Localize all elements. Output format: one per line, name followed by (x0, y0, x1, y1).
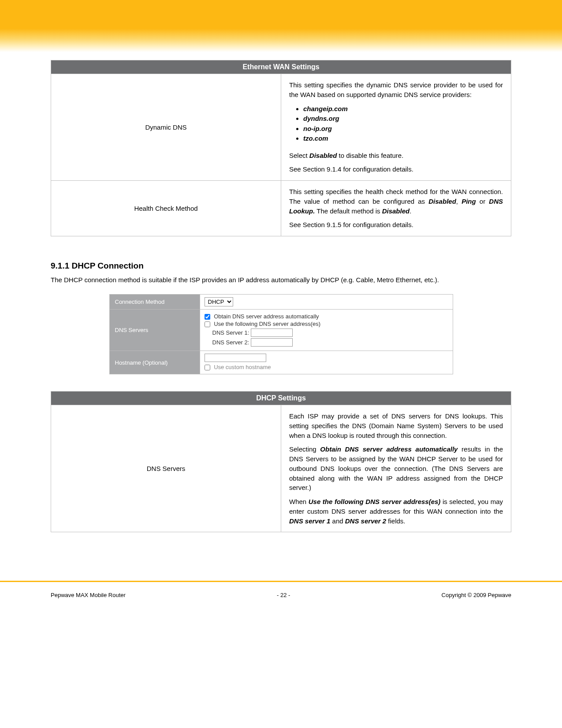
dhcp-table-title: DHCP Settings (51, 392, 511, 405)
text: to disable this feature. (337, 152, 403, 159)
dhcp-form-table: Connection Method DHCP DNS Servers Obtai… (109, 294, 453, 374)
section-intro: The DHCP connection method is suitable i… (51, 275, 511, 284)
page-footer: Pepwave MAX Mobile Router - 22 - Copyrig… (0, 582, 562, 612)
dhcp-form-panel: Connection Method DHCP DNS Servers Obtai… (51, 294, 511, 374)
dns-provider-list: changeip.com dyndns.org no-ip.org tzo.co… (289, 104, 503, 144)
text: , (456, 198, 462, 205)
row-desc-health-check: This setting specifies the health check … (281, 181, 511, 236)
form-row-hostname: Hostname (Optional) Use custom hostname (109, 351, 453, 374)
dynamic-dns-see-section: See Section 9.1.4 for configuration deta… (289, 164, 503, 174)
dynamic-dns-intro: This setting specifies the dynamic DNS s… (289, 80, 503, 100)
section-heading-dhcp-connection: 9.1.1 DHCP Connection (51, 261, 511, 271)
form-row-dns-servers: DNS Servers Obtain DNS server address au… (109, 310, 453, 351)
text: Select (289, 152, 309, 159)
text: and (330, 517, 345, 525)
text: . (409, 207, 411, 215)
keyword-ping: Ping (462, 198, 476, 205)
dns-servers-p1: Each ISP may provide a set of DNS server… (289, 411, 503, 440)
text: The default method is (315, 207, 382, 215)
use-custom-hostname-checkbox[interactable] (205, 365, 210, 370)
use-following-checkbox[interactable] (205, 321, 210, 327)
keyword-disabled: Disabled (428, 198, 456, 205)
dns-server-1-label: DNS Server 1: (212, 329, 249, 336)
text: Selecting (289, 445, 320, 453)
text: or (476, 198, 489, 205)
use-following-label: Use the following DNS server address(es) (214, 321, 320, 327)
keyword-obtain-auto: Obtain DNS server address automatically (320, 445, 458, 453)
row-label-dynamic-dns: Dynamic DNS (51, 74, 281, 181)
footer-left: Pepwave MAX Mobile Router (51, 592, 126, 598)
label-connection-method: Connection Method (109, 295, 200, 310)
dhcp-settings-table: DHCP Settings DNS Servers Each ISP may p… (51, 391, 511, 532)
value-hostname: Use custom hostname (200, 351, 453, 374)
keyword-dns-server-2: DNS server 2 (345, 517, 386, 525)
label-dns-servers: DNS Servers (109, 310, 200, 351)
value-dns-servers: Obtain DNS server address automatically … (200, 310, 453, 351)
dns-servers-p2: Selecting Obtain DNS server address auto… (289, 444, 503, 493)
health-check-desc: This setting specifies the health check … (289, 187, 503, 216)
obtain-auto-label: Obtain DNS server address automatically (214, 313, 319, 320)
dynamic-dns-disable-note: Select Disabled to disable this feature. (289, 151, 503, 161)
keyword-disabled: Disabled (382, 207, 410, 215)
text: fields. (386, 517, 405, 525)
table-row: Dynamic DNS This setting specifies the d… (51, 74, 511, 181)
text: When (289, 498, 309, 505)
keyword-use-following: Use the following DNS server address(es) (309, 498, 441, 505)
dns-server-2-label: DNS Server 2: (212, 339, 249, 346)
value-connection-method: DHCP (200, 295, 453, 310)
health-check-see-section: See Section 9.1.5 for configuration deta… (289, 220, 503, 230)
table-row: Health Check Method This setting specifi… (51, 181, 511, 236)
list-item: tzo.com (303, 134, 503, 144)
label-hostname: Hostname (Optional) (109, 351, 200, 374)
keyword-disabled: Disabled (309, 152, 337, 159)
row-desc-dynamic-dns: This setting specifies the dynamic DNS s… (281, 74, 511, 181)
obtain-auto-checkbox[interactable] (205, 314, 210, 320)
footer-page-number: - 22 - (277, 592, 290, 598)
dns-servers-p3: When Use the following DNS server addres… (289, 497, 503, 526)
row-label-dns-servers: DNS Servers (51, 405, 281, 532)
list-item: dyndns.org (303, 114, 503, 124)
use-custom-hostname-label: Use custom hostname (214, 364, 271, 370)
ethernet-table-title: Ethernet WAN Settings (51, 60, 511, 74)
list-item: changeip.com (303, 104, 503, 114)
dns-server-2-input[interactable] (251, 338, 293, 347)
dns-server-1-input[interactable] (251, 329, 293, 337)
keyword-dns-server-1: DNS server 1 (289, 517, 330, 525)
connection-method-select[interactable]: DHCP (205, 297, 233, 306)
page-content: Ethernet WAN Settings Dynamic DNS This s… (0, 52, 562, 550)
hostname-input[interactable] (205, 354, 266, 362)
form-row-connection-method: Connection Method DHCP (109, 295, 453, 310)
row-label-health-check: Health Check Method (51, 181, 281, 236)
list-item: no-ip.org (303, 124, 503, 134)
footer-right: Copyright © 2009 Pepwave (442, 592, 511, 598)
table-row: DNS Servers Each ISP may provide a set o… (51, 405, 511, 532)
ethernet-wan-settings-table: Ethernet WAN Settings Dynamic DNS This s… (51, 60, 511, 236)
header-gradient (0, 0, 562, 52)
row-desc-dns-servers: Each ISP may provide a set of DNS server… (281, 405, 511, 532)
